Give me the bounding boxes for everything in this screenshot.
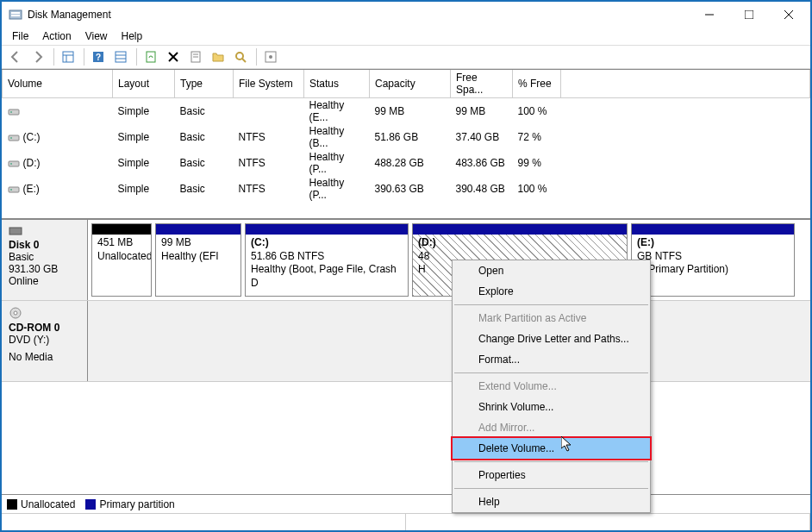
partition-size: GB NTFS (637, 250, 789, 264)
volume-pct: 100 % (513, 98, 561, 125)
volume-free: 99 MB (451, 98, 513, 125)
partition-status: y (Primary Partition) (637, 263, 789, 277)
context-menu-item[interactable]: Open (453, 260, 650, 281)
volume-name: (E:) (23, 183, 40, 195)
context-menu-separator (454, 461, 648, 462)
partition-label: (C:) (251, 236, 403, 250)
volume-layout: Simple (113, 150, 175, 176)
volume-type: Basic (175, 98, 234, 125)
explore-icon[interactable] (230, 47, 251, 67)
partition-box[interactable]: 451 MBUnallocated (91, 223, 152, 297)
column-header[interactable]: Capacity (370, 70, 451, 98)
volume-status: Healthy (E... (304, 98, 370, 125)
partition-box[interactable]: (E:)GB NTFSy (Primary Partition) (631, 223, 795, 297)
svg-point-21 (236, 53, 243, 59)
statusbar (2, 513, 810, 532)
volume-type: Basic (175, 176, 234, 202)
svg-point-30 (10, 163, 12, 165)
column-header[interactable]: File System (234, 70, 304, 98)
open-folder-icon[interactable] (208, 47, 228, 67)
context-menu-item[interactable]: Explore (453, 281, 650, 302)
context-menu-item[interactable]: Delete Volume... (451, 436, 652, 460)
cdrom-info[interactable]: CD-ROM 0 DVD (Y:) No Media (2, 301, 88, 381)
view-list-button[interactable] (110, 47, 131, 67)
volume-row[interactable]: SimpleBasicHealthy (E...99 MB99 MB100 % (3, 98, 810, 125)
volume-type: Basic (175, 124, 234, 150)
svg-rect-2 (11, 15, 20, 16)
toolbar-separator (84, 48, 84, 66)
properties-icon[interactable] (185, 47, 206, 67)
volume-free: 390.48 GB (451, 176, 513, 202)
svg-point-32 (10, 189, 12, 191)
refresh-button[interactable] (141, 47, 161, 67)
partition-box[interactable]: 99 MBHealthy (EFI (155, 223, 241, 297)
menu-file[interactable]: File (5, 28, 35, 44)
show-hide-tree-button[interactable] (58, 47, 78, 67)
column-header[interactable]: Volume (3, 70, 113, 98)
context-menu-item: Add Mirror... (453, 417, 650, 438)
delete-icon[interactable] (163, 47, 184, 67)
svg-rect-12 (116, 52, 126, 62)
volume-fs: NTFS (234, 150, 304, 176)
back-button[interactable] (5, 47, 26, 67)
help-button[interactable]: ? (88, 47, 109, 67)
content-area: VolumeLayoutTypeFile SystemStatusCapacit… (2, 69, 810, 513)
maximize-button[interactable] (729, 2, 769, 28)
volume-list-header[interactable]: VolumeLayoutTypeFile SystemStatusCapacit… (3, 70, 810, 98)
svg-text:?: ? (96, 53, 101, 62)
disk-map: Disk 0 Basic 931.30 GB Online 451 MBUnal… (2, 218, 810, 494)
context-menu-separator (454, 488, 648, 489)
context-menu-item[interactable]: Format... (453, 349, 650, 370)
partition-status: Healthy (EFI (161, 250, 235, 264)
disk-0-info[interactable]: Disk 0 Basic 931.30 GB Online (2, 220, 88, 300)
menu-action[interactable]: Action (35, 28, 78, 44)
svg-rect-1 (11, 12, 20, 14)
disk-row-cdrom: CD-ROM 0 DVD (Y:) No Media (2, 301, 810, 382)
volume-row[interactable]: (E:)SimpleBasicNTFSHealthy (P...390.63 G… (3, 176, 810, 202)
forward-button[interactable] (28, 47, 48, 67)
svg-rect-27 (9, 135, 19, 141)
volume-status: Healthy (P... (304, 176, 370, 202)
volume-capacity: 390.63 GB (370, 176, 451, 202)
volume-row[interactable]: (C:)SimpleBasicNTFSHealthy (B...51.86 GB… (3, 124, 810, 150)
svg-rect-15 (147, 52, 155, 62)
column-header[interactable]: % Free (513, 70, 561, 98)
context-menu-item[interactable]: Properties (453, 465, 650, 485)
toolbar-separator (136, 48, 137, 66)
svg-rect-25 (9, 110, 19, 115)
column-header[interactable]: Free Spa... (451, 70, 513, 98)
cdrom-name: CD-ROM 0 (9, 322, 80, 334)
volume-name: (C:) (23, 131, 41, 143)
svg-line-22 (242, 59, 246, 62)
disk-0-size: 931.30 GB (9, 263, 80, 275)
titlebar: Disk Management (2, 2, 810, 28)
column-header[interactable]: Layout (113, 70, 175, 98)
cdrom-type: DVD (Y:) (9, 334, 80, 346)
toolbar-separator (256, 48, 257, 66)
legend-swatch (85, 499, 96, 510)
context-menu-item[interactable]: Change Drive Letter and Paths... (453, 329, 650, 349)
volume-pct: 72 % (513, 124, 561, 150)
volume-free: 483.86 GB (451, 150, 513, 176)
disk-0-state: Online (9, 275, 80, 287)
menu-help[interactable]: Help (115, 28, 150, 44)
column-header[interactable]: Status (304, 70, 370, 98)
partition-label: (E:) (637, 236, 789, 250)
minimize-button[interactable] (690, 2, 729, 28)
close-button[interactable] (769, 2, 809, 28)
settings-icon[interactable] (260, 47, 281, 67)
legend-item: Unallocated (7, 498, 75, 510)
partition-box[interactable]: (C:)51.86 GB NTFSHealthy (Boot, Page Fil… (245, 223, 409, 297)
column-header[interactable]: Type (175, 70, 234, 98)
volume-row[interactable]: (D:)SimpleBasicNTFSHealthy (P...488.28 G… (3, 150, 810, 176)
context-menu-item[interactable]: Shrink Volume... (453, 397, 650, 417)
svg-rect-31 (9, 187, 19, 192)
svg-rect-4 (745, 10, 753, 19)
menu-view[interactable]: View (78, 28, 115, 44)
volume-layout: Simple (113, 124, 175, 150)
window-title: Disk Management (28, 9, 690, 21)
volume-list[interactable]: VolumeLayoutTypeFile SystemStatusCapacit… (2, 70, 810, 218)
svg-rect-29 (9, 161, 19, 166)
context-menu-item[interactable]: Help (453, 491, 650, 512)
partition-status: Unallocated (97, 250, 146, 264)
